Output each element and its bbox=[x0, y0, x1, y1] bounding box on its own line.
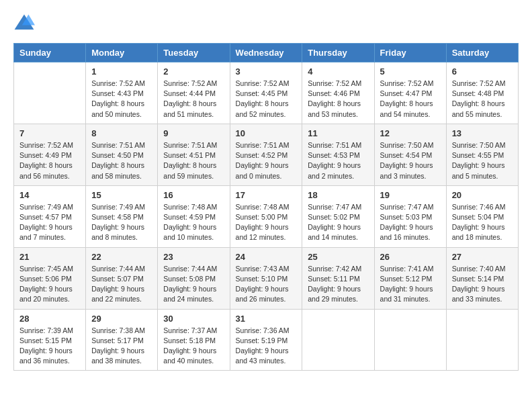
day-info: Sunrise: 7:49 AMSunset: 4:57 PMDaylight:… bbox=[19, 202, 80, 243]
day-number: 22 bbox=[91, 252, 152, 262]
calendar-cell: 30Sunrise: 7:37 AMSunset: 5:18 PMDayligh… bbox=[158, 309, 230, 371]
day-info: Sunrise: 7:44 AMSunset: 5:07 PMDaylight:… bbox=[91, 264, 152, 305]
calendar-cell: 3Sunrise: 7:52 AMSunset: 4:45 PMDaylight… bbox=[230, 62, 302, 124]
calendar: SundayMondayTuesdayWednesdayThursdayFrid… bbox=[13, 43, 519, 371]
day-number: 23 bbox=[163, 252, 224, 262]
day-info: Sunrise: 7:52 AMSunset: 4:45 PMDaylight:… bbox=[236, 79, 297, 120]
day-info: Sunrise: 7:51 AMSunset: 4:50 PMDaylight:… bbox=[91, 140, 152, 181]
day-info: Sunrise: 7:52 AMSunset: 4:49 PMDaylight:… bbox=[19, 140, 80, 181]
calendar-header-monday: Monday bbox=[86, 44, 158, 62]
day-info: Sunrise: 7:47 AMSunset: 5:03 PMDaylight:… bbox=[380, 202, 441, 243]
calendar-cell: 26Sunrise: 7:41 AMSunset: 5:12 PMDayligh… bbox=[374, 247, 446, 309]
day-number: 16 bbox=[163, 190, 224, 200]
calendar-cell: 28Sunrise: 7:39 AMSunset: 5:15 PMDayligh… bbox=[14, 309, 86, 371]
calendar-cell bbox=[446, 309, 518, 371]
day-number: 15 bbox=[91, 190, 152, 200]
calendar-cell: 15Sunrise: 7:49 AMSunset: 4:58 PMDayligh… bbox=[86, 185, 158, 247]
day-info: Sunrise: 7:52 AMSunset: 4:47 PMDaylight:… bbox=[380, 79, 441, 120]
day-info: Sunrise: 7:52 AMSunset: 4:44 PMDaylight:… bbox=[163, 79, 224, 120]
day-info: Sunrise: 7:51 AMSunset: 4:51 PMDaylight:… bbox=[163, 140, 224, 181]
calendar-cell: 4Sunrise: 7:52 AMSunset: 4:46 PMDaylight… bbox=[302, 62, 374, 124]
calendar-cell: 7Sunrise: 7:52 AMSunset: 4:49 PMDaylight… bbox=[14, 124, 86, 185]
day-info: Sunrise: 7:47 AMSunset: 5:02 PMDaylight:… bbox=[308, 202, 368, 243]
day-number: 28 bbox=[19, 314, 80, 324]
calendar-cell: 29Sunrise: 7:38 AMSunset: 5:17 PMDayligh… bbox=[86, 309, 158, 371]
calendar-cell bbox=[14, 62, 86, 124]
week-row-1: 1Sunrise: 7:52 AMSunset: 4:43 PMDaylight… bbox=[14, 62, 519, 124]
day-number: 31 bbox=[236, 314, 297, 324]
day-info: Sunrise: 7:51 AMSunset: 4:52 PMDaylight:… bbox=[236, 140, 297, 181]
day-number: 21 bbox=[19, 252, 80, 262]
calendar-cell: 25Sunrise: 7:42 AMSunset: 5:11 PMDayligh… bbox=[302, 247, 374, 309]
day-number: 1 bbox=[91, 66, 152, 77]
calendar-cell: 5Sunrise: 7:52 AMSunset: 4:47 PMDaylight… bbox=[374, 62, 446, 124]
calendar-cell: 8Sunrise: 7:51 AMSunset: 4:50 PMDaylight… bbox=[86, 124, 158, 185]
day-info: Sunrise: 7:41 AMSunset: 5:12 PMDaylight:… bbox=[380, 264, 441, 305]
calendar-header-thursday: Thursday bbox=[302, 44, 374, 62]
calendar-cell: 14Sunrise: 7:49 AMSunset: 4:57 PMDayligh… bbox=[14, 185, 86, 247]
week-row-5: 28Sunrise: 7:39 AMSunset: 5:15 PMDayligh… bbox=[14, 309, 519, 371]
calendar-cell: 19Sunrise: 7:47 AMSunset: 5:03 PMDayligh… bbox=[374, 185, 446, 247]
day-number: 26 bbox=[380, 252, 441, 262]
day-number: 30 bbox=[163, 314, 224, 324]
day-number: 18 bbox=[308, 190, 368, 200]
week-row-3: 14Sunrise: 7:49 AMSunset: 4:57 PMDayligh… bbox=[14, 185, 519, 247]
calendar-cell: 21Sunrise: 7:45 AMSunset: 5:06 PMDayligh… bbox=[14, 247, 86, 309]
calendar-cell bbox=[302, 309, 374, 371]
calendar-cell: 22Sunrise: 7:44 AMSunset: 5:07 PMDayligh… bbox=[86, 247, 158, 309]
calendar-cell: 6Sunrise: 7:52 AMSunset: 4:48 PMDaylight… bbox=[446, 62, 518, 124]
day-info: Sunrise: 7:38 AMSunset: 5:17 PMDaylight:… bbox=[91, 326, 152, 367]
day-number: 12 bbox=[380, 128, 441, 138]
day-number: 13 bbox=[452, 128, 513, 138]
calendar-cell: 11Sunrise: 7:51 AMSunset: 4:53 PMDayligh… bbox=[302, 124, 374, 185]
calendar-cell bbox=[374, 309, 446, 371]
day-number: 8 bbox=[91, 128, 152, 138]
calendar-cell: 31Sunrise: 7:36 AMSunset: 5:19 PMDayligh… bbox=[230, 309, 302, 371]
day-number: 24 bbox=[236, 252, 297, 262]
calendar-cell: 1Sunrise: 7:52 AMSunset: 4:43 PMDaylight… bbox=[86, 62, 158, 124]
day-number: 6 bbox=[452, 66, 513, 77]
calendar-header-sunday: Sunday bbox=[14, 44, 86, 62]
calendar-cell: 24Sunrise: 7:43 AMSunset: 5:10 PMDayligh… bbox=[230, 247, 302, 309]
day-info: Sunrise: 7:39 AMSunset: 5:15 PMDaylight:… bbox=[19, 326, 80, 367]
day-number: 4 bbox=[308, 66, 368, 77]
calendar-header-wednesday: Wednesday bbox=[230, 44, 302, 62]
day-number: 5 bbox=[380, 66, 441, 77]
day-number: 10 bbox=[236, 128, 297, 138]
day-info: Sunrise: 7:43 AMSunset: 5:10 PMDaylight:… bbox=[236, 264, 297, 305]
calendar-header-saturday: Saturday bbox=[446, 44, 518, 62]
logo bbox=[13, 13, 38, 32]
day-number: 29 bbox=[91, 314, 152, 324]
calendar-cell: 23Sunrise: 7:44 AMSunset: 5:08 PMDayligh… bbox=[158, 247, 230, 309]
page-header bbox=[13, 13, 519, 32]
calendar-cell: 16Sunrise: 7:48 AMSunset: 4:59 PMDayligh… bbox=[158, 185, 230, 247]
week-row-4: 21Sunrise: 7:45 AMSunset: 5:06 PMDayligh… bbox=[14, 247, 519, 309]
day-number: 9 bbox=[163, 128, 224, 138]
calendar-cell: 2Sunrise: 7:52 AMSunset: 4:44 PMDaylight… bbox=[158, 62, 230, 124]
calendar-cell: 10Sunrise: 7:51 AMSunset: 4:52 PMDayligh… bbox=[230, 124, 302, 185]
day-info: Sunrise: 7:52 AMSunset: 4:48 PMDaylight:… bbox=[452, 79, 513, 120]
day-info: Sunrise: 7:46 AMSunset: 5:04 PMDaylight:… bbox=[452, 202, 513, 243]
day-number: 7 bbox=[19, 128, 80, 138]
calendar-cell: 9Sunrise: 7:51 AMSunset: 4:51 PMDaylight… bbox=[158, 124, 230, 185]
calendar-header-tuesday: Tuesday bbox=[158, 44, 230, 62]
day-number: 2 bbox=[163, 66, 224, 77]
day-info: Sunrise: 7:40 AMSunset: 5:14 PMDaylight:… bbox=[452, 264, 513, 305]
day-number: 11 bbox=[308, 128, 368, 138]
day-info: Sunrise: 7:51 AMSunset: 4:53 PMDaylight:… bbox=[308, 140, 368, 181]
calendar-header-friday: Friday bbox=[374, 44, 446, 62]
day-info: Sunrise: 7:44 AMSunset: 5:08 PMDaylight:… bbox=[163, 264, 224, 305]
day-info: Sunrise: 7:37 AMSunset: 5:18 PMDaylight:… bbox=[163, 326, 224, 367]
calendar-cell: 20Sunrise: 7:46 AMSunset: 5:04 PMDayligh… bbox=[446, 185, 518, 247]
day-info: Sunrise: 7:45 AMSunset: 5:06 PMDaylight:… bbox=[19, 264, 80, 305]
logo-icon bbox=[13, 13, 35, 32]
day-info: Sunrise: 7:48 AMSunset: 5:00 PMDaylight:… bbox=[236, 202, 297, 243]
day-number: 19 bbox=[380, 190, 441, 200]
day-info: Sunrise: 7:52 AMSunset: 4:43 PMDaylight:… bbox=[91, 79, 152, 120]
day-number: 17 bbox=[236, 190, 297, 200]
calendar-cell: 17Sunrise: 7:48 AMSunset: 5:00 PMDayligh… bbox=[230, 185, 302, 247]
day-number: 25 bbox=[308, 252, 368, 262]
calendar-cell: 18Sunrise: 7:47 AMSunset: 5:02 PMDayligh… bbox=[302, 185, 374, 247]
day-info: Sunrise: 7:36 AMSunset: 5:19 PMDaylight:… bbox=[236, 326, 297, 367]
calendar-cell: 13Sunrise: 7:50 AMSunset: 4:55 PMDayligh… bbox=[446, 124, 518, 185]
